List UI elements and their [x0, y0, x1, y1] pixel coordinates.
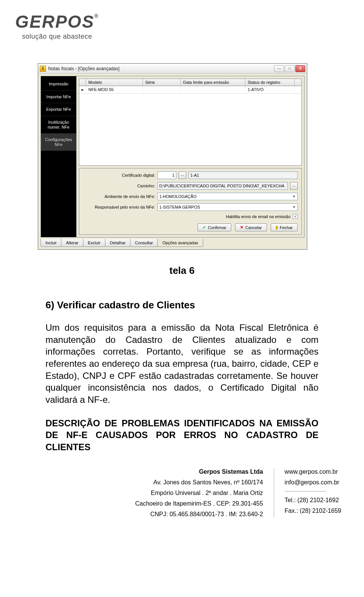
sidebar-item-importar-nfe[interactable]: Importar NFe — [41, 91, 76, 104]
sidebar-item-label: Importar NFe — [46, 94, 71, 99]
footer-separator — [285, 491, 326, 492]
tab-detalhar[interactable]: Detalhar — [105, 239, 131, 247]
responsavel-select[interactable]: 1-SISTEMA GERPOS ▼ — [157, 203, 298, 211]
ambiente-label: Ambiente de envio da NFe: — [83, 194, 155, 199]
sidebar-item-exportar-nfe[interactable]: Exportar NFe — [41, 103, 76, 116]
registered-mark: ® — [94, 13, 99, 19]
cert-input[interactable] — [157, 171, 176, 179]
footer-company: Gerpos Sistemas Ltda — [199, 468, 263, 475]
footer-contact-col: www.gerpos.com.br info@gerpos.com.br Tel… — [274, 468, 341, 518]
window-title: Notas fiscais - [Opções avançadas] — [48, 66, 119, 71]
tab-consultar[interactable]: Consultar — [130, 239, 158, 247]
footer-address-col: Gerpos Sistemas Ltda Av. Jones dos Santo… — [135, 468, 263, 518]
confirmar-label: Confirmar — [208, 225, 226, 230]
grid-row[interactable]: ▸ NFE-MOD 55 1-ATIVO — [79, 86, 301, 94]
figure-caption: tela 6 — [46, 265, 318, 277]
cert-browse-button[interactable]: ··· — [179, 171, 186, 179]
content-area: Modelo Série Data limite para emissão St… — [77, 76, 304, 237]
footer-fax: Fax.: (28) 2102-1659 — [285, 507, 341, 514]
letterhead: GERPOS® solução que abastece — [0, 0, 364, 41]
sidebar-item-label: Impressão — [49, 82, 68, 86]
logo-tagline: solução que abastece — [15, 33, 99, 41]
fechar-button[interactable]: ▮ Fechar — [271, 223, 298, 231]
caminho-browse-button[interactable]: ··· — [290, 182, 298, 190]
responsavel-label: Responsável pelo envio da NFe: — [83, 205, 155, 209]
confirmar-button[interactable]: ✓ Confirmar — [198, 223, 231, 231]
caminho-field — [157, 182, 288, 190]
grid-header: Modelo Série Data limite para emissão St… — [79, 79, 301, 86]
section-title: 6) Verificar cadastro de Clientes — [46, 299, 318, 311]
grid-header-marker — [79, 79, 86, 86]
cell-modelo: NFE-MOD 55 — [86, 86, 143, 93]
cell-status: 1-ATIVO — [245, 86, 295, 93]
ambiente-select[interactable]: 1-HOMOLOGAÇÃO ▼ — [157, 193, 298, 200]
tab-excluir[interactable]: Excluir — [83, 239, 105, 247]
footer-tel: Tel.: (28) 2102-1692 — [285, 497, 339, 504]
footer-email: info@gerpos.com.br — [285, 479, 339, 486]
habilita-label: Habilita envio de email na emissão — [226, 214, 290, 219]
cert-label: Certificado digital: — [83, 173, 155, 178]
footer: Gerpos Sistemas Ltda Av. Jones dos Santo… — [0, 468, 341, 518]
habilita-checkbox[interactable]: ✓ — [293, 214, 298, 219]
sidebar-item-impressao[interactable]: Impressão — [41, 78, 76, 91]
responsavel-value: 1-SISTEMA GERPOS — [159, 205, 200, 209]
maximize-button[interactable]: □ — [285, 65, 295, 72]
section-heading: DESCRIÇÃO DE PROBLEMAS IDENTIFICADOS NA … — [46, 417, 318, 453]
sidebar-item-label: Configurações NFe — [45, 137, 72, 147]
sidebar-item-label: Inutilização numer. NFe — [48, 120, 69, 129]
sidebar-item-configuracoes-nfe[interactable]: Configurações NFe — [41, 134, 76, 151]
cancelar-label: Cancelar — [245, 225, 262, 230]
tab-alterar[interactable]: Alterar — [61, 239, 83, 247]
app-icon: $ — [40, 66, 46, 72]
x-icon: ✕ — [240, 225, 243, 230]
ambiente-value: 1-HOMOLOGAÇÃO — [159, 194, 196, 199]
door-icon: ▮ — [276, 225, 278, 230]
caminho-label: Caminho: — [83, 184, 155, 188]
logo-text: GERPOS® — [15, 11, 99, 32]
titlebar: $ Notas fiscais - [Opções avançadas] — □… — [38, 64, 307, 74]
sidebar: Impressão Importar NFe Exportar NFe Inut… — [41, 76, 77, 237]
footer-addr4: CNPJ: 05.465.884/0001-73 . IM: 23.640-2 — [151, 511, 263, 518]
cert-desc-field — [188, 171, 298, 179]
footer-addr3: Cachoeiro de Itapemirim-ES . CEP: 29.301… — [135, 500, 263, 507]
grid-header-data-limite[interactable]: Data limite para emissão — [181, 79, 245, 86]
sidebar-item-label: Exportar NFe — [46, 107, 71, 112]
row-marker-icon: ▸ — [79, 86, 86, 93]
cancelar-button[interactable]: ✕ Cancelar — [235, 223, 267, 231]
app-window: $ Notas fiscais - [Opções avançadas] — □… — [38, 63, 307, 250]
minimize-button[interactable]: — — [274, 65, 284, 72]
grid-header-status[interactable]: Status do registro — [245, 79, 295, 86]
cell-data-limite — [181, 86, 245, 93]
tab-opcoes-avancadas[interactable]: Opções avançadas — [157, 239, 203, 247]
form-panel: Certificado digital: ··· Caminho: ··· Am… — [79, 168, 302, 235]
grid-header-modelo[interactable]: Modelo — [86, 79, 143, 86]
chevron-down-icon: ▼ — [292, 205, 296, 209]
paragraph: Um dos requisitos para a emissão da Nota… — [46, 322, 318, 406]
sidebar-item-inutilizacao[interactable]: Inutilização numer. NFe — [41, 116, 76, 134]
footer-addr2: Empório Universal . 2º andar . Maria Ort… — [151, 490, 263, 496]
grid-header-serie[interactable]: Série — [143, 79, 181, 86]
chevron-down-icon: ▼ — [292, 195, 296, 198]
tab-incluir[interactable]: Incluir — [41, 239, 61, 247]
footer-site: www.gerpos.com.br — [285, 468, 338, 475]
document-body: tela 6 6) Verificar cadastro de Clientes… — [46, 265, 318, 453]
logo-brand: GERPOS — [15, 12, 94, 31]
cell-serie — [143, 86, 181, 93]
footer-addr1: Av. Jones dos Santos Neves, nº 160/174 — [154, 479, 263, 486]
check-icon: ✓ — [202, 225, 206, 230]
fechar-label: Fechar — [280, 225, 293, 230]
logo: GERPOS® solução que abastece — [15, 11, 99, 41]
close-button[interactable]: X — [295, 65, 305, 72]
window-controls: — □ X — [274, 65, 305, 72]
grid-panel: Modelo Série Data limite para emissão St… — [79, 79, 302, 166]
tabstrip: Incluir Alterar Excluir Detalhar Consult… — [41, 239, 304, 247]
